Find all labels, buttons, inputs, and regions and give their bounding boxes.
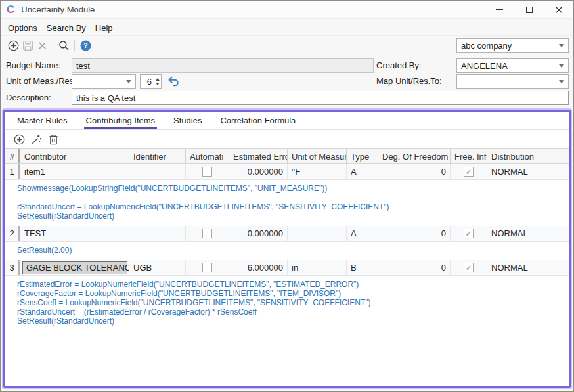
formula-line: SetResult(rStandardUncert) bbox=[17, 316, 569, 326]
resolution-stepper[interactable]: 6 bbox=[140, 74, 162, 89]
col-header-dof[interactable]: Deg. Of Freedom bbox=[378, 149, 451, 163]
toolbar-separator bbox=[74, 40, 75, 51]
table-row[interactable]: 2 TEST 0.000000 A 0 NORMAL bbox=[5, 226, 569, 242]
menu-search-by[interactable]: Search By bbox=[42, 21, 91, 35]
unit-cell[interactable]: in bbox=[288, 260, 347, 275]
dof-cell[interactable]: 0 bbox=[378, 260, 451, 275]
chevron-down-icon bbox=[559, 44, 564, 47]
automatic-checkbox[interactable] bbox=[202, 263, 212, 272]
tab-studies[interactable]: Studies bbox=[171, 112, 204, 129]
save-icon bbox=[22, 40, 33, 51]
maximize-icon bbox=[526, 7, 533, 13]
x-icon bbox=[37, 41, 47, 51]
col-header-identifier[interactable]: Identifier bbox=[129, 149, 186, 163]
undo-icon bbox=[167, 76, 180, 87]
col-header-free-inf[interactable]: Free. Inf. bbox=[451, 149, 487, 163]
automatic-cell bbox=[186, 260, 229, 275]
row-number-cell: 2 bbox=[5, 226, 20, 241]
formula-line: rCoverageFactor = LookupNumericField("UN… bbox=[17, 289, 569, 298]
formula-line: rSensCoeff = LookupNumericField("UNCERTB… bbox=[17, 298, 569, 307]
tab-master-rules[interactable]: Master Rules bbox=[15, 112, 70, 129]
add-item-button[interactable] bbox=[12, 132, 26, 146]
unit-cell[interactable] bbox=[288, 226, 347, 241]
delete-button[interactable] bbox=[35, 38, 49, 53]
contributor-cell[interactable]: GAGE BLOCK TOLERANCE bbox=[20, 260, 129, 275]
formula-wizard-button[interactable] bbox=[29, 132, 43, 146]
description-input[interactable] bbox=[72, 91, 569, 105]
free-inf-cell bbox=[451, 226, 487, 241]
col-header-estimated-error[interactable]: Estimated Erro bbox=[229, 149, 288, 163]
menu-help[interactable]: Help bbox=[91, 21, 118, 35]
distribution-cell[interactable]: NORMAL bbox=[487, 226, 569, 241]
svg-text:?: ? bbox=[83, 41, 87, 49]
map-unit-label: Map Unit/Res.To: bbox=[376, 74, 442, 89]
budget-name-input[interactable] bbox=[72, 58, 374, 73]
free-inf-checkbox[interactable] bbox=[464, 263, 474, 272]
formula-block: SetResult(2.00) bbox=[5, 242, 569, 260]
maximize-button[interactable] bbox=[514, 1, 544, 18]
col-header-num[interactable]: # bbox=[5, 149, 20, 163]
window-controls bbox=[485, 1, 573, 18]
dof-cell[interactable]: 0 bbox=[378, 164, 451, 179]
dof-cell[interactable]: 0 bbox=[378, 226, 451, 241]
app-logo-icon: C bbox=[7, 4, 14, 15]
distribution-cell[interactable]: NORMAL bbox=[487, 164, 569, 179]
chevron-down-icon bbox=[559, 80, 564, 83]
col-header-unit[interactable]: Unit of Measure bbox=[288, 149, 347, 163]
automatic-cell bbox=[186, 226, 229, 241]
table-row[interactable]: 3 GAGE BLOCK TOLERANCE UGB 6.000000 in B… bbox=[5, 260, 569, 276]
tab-bar: Master Rules Contributing Items Studies … bbox=[5, 112, 569, 130]
add-circle-icon bbox=[14, 134, 25, 145]
created-by-combobox[interactable]: ANGELENA bbox=[456, 58, 569, 73]
formula-line: Showmessage(LookupStringField("UNCERTBUD… bbox=[17, 184, 569, 193]
estimated-error-cell[interactable]: 6.000000 bbox=[229, 260, 288, 275]
identifier-cell[interactable] bbox=[129, 164, 186, 179]
col-header-type[interactable]: Type bbox=[347, 149, 378, 163]
formula-line: SetResult(2.00) bbox=[17, 246, 569, 255]
contributor-cell[interactable]: TEST bbox=[20, 226, 129, 241]
tab-correlation-formula[interactable]: Correlation Formula bbox=[218, 112, 298, 129]
type-cell[interactable]: B bbox=[347, 260, 378, 275]
contributor-cell[interactable]: item1 bbox=[20, 164, 129, 179]
free-inf-cell bbox=[451, 260, 487, 275]
col-header-automatic[interactable]: Automati bbox=[186, 149, 229, 163]
contributor-edit-box[interactable]: GAGE BLOCK TOLERANCE bbox=[22, 261, 127, 274]
help-icon: ? bbox=[80, 40, 91, 51]
minimize-button[interactable] bbox=[485, 1, 514, 18]
formula-line bbox=[17, 193, 569, 202]
automatic-checkbox[interactable] bbox=[202, 167, 212, 177]
menu-options[interactable]: Options bbox=[3, 21, 42, 35]
row-number-cell: 1 bbox=[5, 164, 20, 179]
save-button[interactable] bbox=[20, 38, 35, 53]
table-row[interactable]: 1 item1 0.000000 °F A 0 NORMAL bbox=[5, 164, 569, 180]
type-cell[interactable]: A bbox=[347, 226, 378, 241]
tab-contributing-items[interactable]: Contributing Items bbox=[84, 112, 158, 129]
unit-of-meas-combobox[interactable] bbox=[72, 74, 136, 89]
search-button[interactable] bbox=[56, 38, 71, 53]
map-unit-combobox[interactable] bbox=[456, 74, 569, 89]
col-header-distribution[interactable]: Distribution bbox=[487, 149, 569, 163]
stepper-arrows[interactable] bbox=[154, 75, 161, 88]
free-inf-checkbox[interactable] bbox=[464, 229, 474, 238]
identifier-cell[interactable] bbox=[129, 226, 186, 241]
delete-item-button[interactable] bbox=[46, 132, 60, 146]
automatic-checkbox[interactable] bbox=[202, 229, 212, 238]
estimated-error-cell[interactable]: 0.000000 bbox=[229, 226, 288, 241]
type-cell[interactable]: A bbox=[347, 164, 378, 179]
col-header-contributor[interactable]: Contributor bbox=[20, 149, 129, 163]
description-label: Description: bbox=[6, 91, 51, 105]
close-button[interactable] bbox=[544, 1, 573, 18]
identifier-cell[interactable]: UGB bbox=[129, 260, 186, 275]
formula-block: rEstimatedError = LookupNumericField("UN… bbox=[5, 276, 569, 331]
help-button[interactable]: ? bbox=[78, 38, 93, 53]
automatic-cell bbox=[186, 164, 229, 179]
add-circle-icon bbox=[8, 40, 19, 51]
distribution-cell[interactable]: NORMAL bbox=[487, 260, 569, 275]
estimated-error-cell[interactable]: 0.000000 bbox=[229, 164, 288, 179]
undo-button[interactable] bbox=[166, 75, 181, 88]
unit-cell[interactable]: °F bbox=[288, 164, 347, 179]
menu-bar: Options Search By Help bbox=[1, 20, 573, 36]
company-combobox[interactable]: abc company bbox=[456, 38, 569, 53]
free-inf-checkbox[interactable] bbox=[464, 167, 474, 177]
add-button[interactable] bbox=[6, 38, 20, 53]
